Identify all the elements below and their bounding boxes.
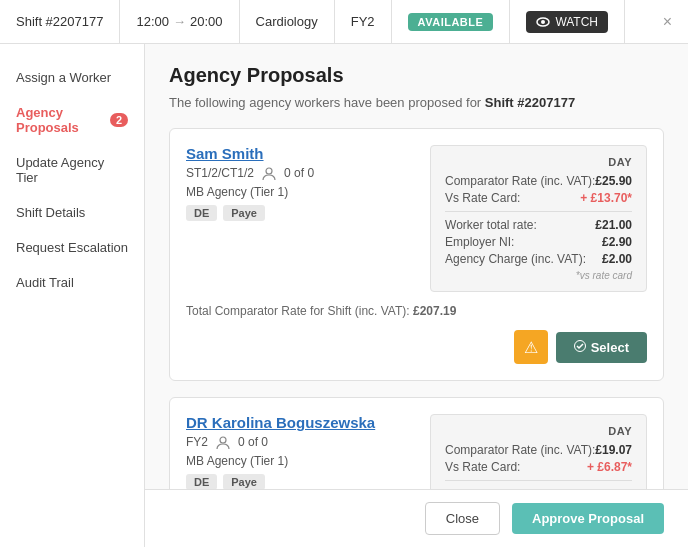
agency-charge-row-sam: Agency Charge (inc. VAT): £2.00 [445,252,632,266]
comparator-label-sam: Comparator Rate (inc. VAT): [445,174,595,188]
rate-period-karolina: DAY [445,425,632,437]
worker-name-karolina[interactable]: DR Karolina Boguszewska [186,414,414,431]
warn-icon-sam: ⚠ [524,338,538,357]
worker-tags-karolina: DE Paye [186,474,414,489]
card-top-karolina: DR Karolina Boguszewska FY2 0 of 0 [186,414,647,489]
worker-agency-karolina: MB Agency (Tier 1) [186,454,414,468]
worker-total-value-sam: £21.00 [595,218,632,232]
worker-total-label-sam: Worker total rate: [445,218,537,232]
divider-karolina [445,480,632,481]
proposal-card-karolina: DR Karolina Boguszewska FY2 0 of 0 [169,397,664,489]
header: Shift #2207177 12:00 → 20:00 Cardiology … [0,0,688,44]
body-layout: Assign a Worker Agency Proposals 2 Updat… [0,44,688,547]
select-label-sam: Select [591,340,629,355]
card-left-sam: Sam Smith ST1/2/CT1/2 0 of 0 [186,145,414,292]
worker-icon-karolina [216,435,230,450]
header-shift-id: Shift #2207177 [16,0,120,43]
agency-charge-label-sam: Agency Charge (inc. VAT): [445,252,586,266]
header-time: 12:00 → 20:00 [120,0,239,43]
svg-point-4 [220,437,226,443]
sidebar-label-assign-worker: Assign a Worker [16,70,111,85]
vs-rate-row-karolina: Vs Rate Card: + £6.87* [445,460,632,474]
tag-paye-karolina: Paye [223,474,265,489]
worker-grade-karolina: FY2 [186,435,208,449]
header-time-start: 12:00 [136,14,169,29]
worker-grade-sam: ST1/2/CT1/2 [186,166,254,180]
sidebar-item-update-agency-tier[interactable]: Update Agency Tier [0,145,144,195]
card-left-karolina: DR Karolina Boguszewska FY2 0 of 0 [186,414,414,489]
watch-label: WATCH [555,15,598,29]
tag-paye-sam: Paye [223,205,265,221]
employer-ni-row-sam: Employer NI: £2.90 [445,235,632,249]
footer: Close Approve Proposal [145,489,688,547]
proposal-card-sam-smith: Sam Smith ST1/2/CT1/2 0 of 0 [169,128,664,381]
rate-comparator-row-karolina: Comparator Rate (inc. VAT): £19.07 [445,443,632,457]
subtitle: The following agency workers have been p… [169,95,664,110]
rate-card-sam: DAY Comparator Rate (inc. VAT): £25.90 V… [430,145,647,292]
vs-rate-value-sam: + £13.70* [580,191,632,205]
vs-rate-value-karolina: + £6.87* [587,460,632,474]
sidebar-label-request-escalation: Request Escalation [16,240,128,255]
rate-period-sam: DAY [445,156,632,168]
divider-sam [445,211,632,212]
card-top: Sam Smith ST1/2/CT1/2 0 of 0 [186,145,647,292]
vs-rate-label-sam: Vs Rate Card: [445,191,520,205]
employer-ni-value-sam: £2.90 [602,235,632,249]
worker-agency-sam: MB Agency (Tier 1) [186,185,414,199]
sidebar-item-assign-worker[interactable]: Assign a Worker [0,60,144,95]
svg-point-1 [541,20,545,24]
approve-proposal-button[interactable]: Approve Proposal [512,503,664,534]
sidebar-label-shift-details: Shift Details [16,205,85,220]
subtitle-pre: The following agency workers have been p… [169,95,481,110]
card-actions-sam: ⚠ Select [186,330,647,364]
sidebar-item-agency-proposals[interactable]: Agency Proposals 2 [0,95,144,145]
tag-de-karolina: DE [186,474,217,489]
select-check-icon-sam [574,340,586,355]
select-button-sam[interactable]: Select [556,332,647,363]
header-watch[interactable]: WATCH [510,0,625,43]
page-title: Agency Proposals [169,64,664,87]
worker-icon-sam [262,166,276,181]
agency-charge-value-sam: £2.00 [602,252,632,266]
sidebar-item-audit-trail[interactable]: Audit Trail [0,265,144,300]
rate-comparator-row-sam: Comparator Rate (inc. VAT): £25.90 [445,174,632,188]
header-grade: FY2 [335,0,392,43]
comparator-value-sam: £25.90 [595,174,632,188]
sidebar: Assign a Worker Agency Proposals 2 Updat… [0,44,145,547]
tag-de-sam: DE [186,205,217,221]
worker-meta-sam: ST1/2/CT1/2 0 of 0 [186,166,414,181]
eye-icon [536,17,550,27]
worker-meta-karolina: FY2 0 of 0 [186,435,414,450]
comparator-value-karolina: £19.07 [595,443,632,457]
rate-note-sam: *vs rate card [445,270,632,281]
worker-name-sam[interactable]: Sam Smith [186,145,414,162]
warn-button-sam[interactable]: ⚠ [514,330,548,364]
header-status: AVAILABLE [392,0,511,43]
header-time-end: 20:00 [190,14,223,29]
app-container: Shift #2207177 12:00 → 20:00 Cardiology … [0,0,688,547]
sidebar-label-audit-trail: Audit Trail [16,275,74,290]
svg-point-2 [266,168,272,174]
worker-tags-sam: DE Paye [186,205,414,221]
subtitle-shift: Shift #2207177 [485,95,575,110]
employer-ni-label-sam: Employer NI: [445,235,514,249]
sidebar-item-request-escalation[interactable]: Request Escalation [0,230,144,265]
header-arrow: → [173,14,186,29]
comparator-label-karolina: Comparator Rate (inc. VAT): [445,443,595,457]
total-rate-sam: Total Comparator Rate for Shift (inc. VA… [186,304,647,318]
main-content: Agency Proposals The following agency wo… [145,44,688,547]
worker-compliance-sam: 0 of 0 [284,166,314,180]
vs-rate-row-sam: Vs Rate Card: + £13.70* [445,191,632,205]
agency-proposals-badge: 2 [110,113,128,127]
worker-compliance-karolina: 0 of 0 [238,435,268,449]
main-scroll: Agency Proposals The following agency wo… [145,44,688,489]
sidebar-item-shift-details[interactable]: Shift Details [0,195,144,230]
close-button-footer[interactable]: Close [425,502,500,535]
status-badge: AVAILABLE [408,13,494,31]
worker-total-row-sam: Worker total rate: £21.00 [445,218,632,232]
sidebar-label-agency-proposals: Agency Proposals [16,105,104,135]
header-department: Cardiology [240,0,335,43]
close-button[interactable]: × [663,13,672,31]
vs-rate-label-karolina: Vs Rate Card: [445,460,520,474]
rate-card-karolina: DAY Comparator Rate (inc. VAT): £19.07 V… [430,414,647,489]
